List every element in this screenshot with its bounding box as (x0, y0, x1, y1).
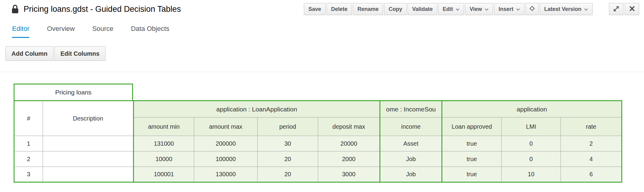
cell-lmi[interactable]: 10 (502, 167, 561, 182)
page-title: Pricing loans.gdst - Guided Decision Tab… (24, 5, 181, 14)
row-number-cell[interactable]: 1 (14, 136, 43, 151)
column-header-amount-max[interactable]: amount max (194, 118, 258, 136)
cell-amount-max[interactable]: 200000 (194, 136, 258, 151)
column-header-income[interactable]: income (380, 118, 442, 136)
diamond-button[interactable] (525, 3, 539, 15)
row-number-cell[interactable]: 2 (14, 151, 43, 167)
group-header-row: # Description application : LoanApplicat… (14, 101, 622, 118)
close-button[interactable] (625, 3, 639, 15)
delete-button[interactable]: Delete (327, 3, 352, 15)
cell-loan-approved[interactable]: true (442, 151, 502, 167)
decision-table: # Description application : LoanApplicat… (14, 100, 622, 183)
editor-toolbar: Add Column Edit Columns (0, 38, 644, 72)
cell-amount-min[interactable]: 100001 (134, 167, 194, 182)
rename-label: Rename (357, 6, 379, 12)
cell-rate[interactable]: 4 (561, 151, 622, 167)
cell-period[interactable]: 20 (258, 151, 318, 167)
rename-button[interactable]: Rename (353, 3, 383, 15)
table-row: 1 131000 200000 30 20000 Asset true 0 2 (14, 136, 622, 151)
column-header-loan-approved[interactable]: Loan approved (442, 118, 502, 136)
description-cell[interactable] (43, 151, 134, 167)
diamond-icon (529, 5, 535, 13)
decision-table-title-tab[interactable]: Pricing loans (14, 84, 133, 100)
view-label: View (470, 6, 482, 12)
add-column-button[interactable]: Add Column (5, 46, 54, 61)
editor-canvas: Pricing loans # Description application … (0, 72, 644, 183)
cell-deposit-max[interactable]: 20000 (318, 136, 380, 151)
tab-editor[interactable]: Editor (12, 25, 29, 38)
tab-source[interactable]: Source (92, 25, 113, 38)
tab-overview[interactable]: Overview (47, 25, 75, 38)
cell-deposit-max[interactable]: 2000 (318, 151, 380, 167)
chevron-down-icon (485, 6, 489, 12)
cell-lmi[interactable]: 0 (502, 151, 561, 167)
cell-amount-max[interactable]: 100000 (194, 151, 258, 167)
cell-amount-max[interactable]: 130000 (194, 167, 258, 182)
insert-dropdown[interactable]: Insert (494, 3, 525, 15)
cell-income[interactable]: Job (380, 151, 442, 167)
asset-toolbar: Save Delete Rename Copy Validate Edit Vi… (304, 3, 593, 15)
latest-version-label: Latest Version (544, 6, 581, 12)
cell-period[interactable]: 30 (258, 136, 318, 151)
chevron-down-icon (456, 6, 460, 12)
edit-dropdown[interactable]: Edit (438, 3, 464, 15)
expand-button[interactable] (609, 3, 623, 15)
delete-label: Delete (331, 6, 347, 12)
column-header-amount-min[interactable]: amount min (134, 118, 194, 136)
table-row: 2 10000 100000 20 2000 Job true 0 4 (14, 151, 622, 167)
group-header-loan-application[interactable]: application : LoanApplication (134, 101, 380, 118)
tab-data-objects[interactable]: Data Objects (131, 25, 169, 38)
cell-income[interactable]: Job (380, 167, 442, 182)
validate-label: Validate (412, 6, 433, 12)
chevron-down-icon (584, 6, 588, 12)
column-header-rate[interactable]: rate (561, 118, 622, 136)
column-header-deposit-max[interactable]: deposit max (318, 118, 380, 136)
insert-label: Insert (499, 6, 513, 12)
cell-amount-min[interactable]: 131000 (134, 136, 194, 151)
group-header-income-source[interactable]: ome : IncomeSou (380, 101, 442, 118)
save-label: Save (308, 6, 321, 12)
edit-label: Edit (443, 6, 453, 12)
chevron-down-icon (516, 6, 520, 12)
cell-loan-approved[interactable]: true (442, 167, 502, 182)
table-row: 3 100001 130000 20 3000 Job true 10 6 (14, 167, 622, 182)
cell-rate[interactable]: 2 (561, 136, 622, 151)
description-header[interactable]: Description (43, 101, 134, 136)
cell-income[interactable]: Asset (380, 136, 442, 151)
cell-amount-min[interactable]: 10000 (134, 151, 194, 167)
cell-deposit-max[interactable]: 3000 (318, 167, 380, 182)
copy-label: Copy (389, 6, 402, 12)
lock-icon (11, 5, 19, 14)
column-header-period[interactable]: period (258, 118, 318, 136)
group-header-application[interactable]: application (442, 101, 622, 118)
edit-columns-button[interactable]: Edit Columns (54, 46, 106, 61)
description-cell[interactable] (43, 136, 134, 151)
topbar: Pricing loans.gdst - Guided Decision Tab… (0, 0, 644, 18)
view-dropdown[interactable]: View (465, 3, 493, 15)
row-number-header[interactable]: # (14, 101, 43, 136)
cell-lmi[interactable]: 0 (502, 136, 561, 151)
window-controls (609, 3, 639, 15)
close-icon (629, 6, 635, 12)
expand-icon (613, 5, 620, 13)
column-header-lmi[interactable]: LMI (502, 118, 561, 136)
cell-period[interactable]: 20 (258, 167, 318, 182)
app-window: Pricing loans.gdst - Guided Decision Tab… (0, 0, 644, 192)
title-area: Pricing loans.gdst - Guided Decision Tab… (11, 5, 181, 14)
cell-rate[interactable]: 6 (561, 167, 622, 182)
row-number-cell[interactable]: 3 (14, 167, 43, 182)
copy-button[interactable]: Copy (384, 3, 407, 15)
tabs-bar: Editor Overview Source Data Objects (0, 18, 644, 38)
description-cell[interactable] (43, 167, 134, 182)
latest-version-dropdown[interactable]: Latest Version (540, 3, 593, 15)
save-button[interactable]: Save (304, 3, 326, 15)
validate-button[interactable]: Validate (408, 3, 437, 15)
cell-loan-approved[interactable]: true (442, 136, 502, 151)
